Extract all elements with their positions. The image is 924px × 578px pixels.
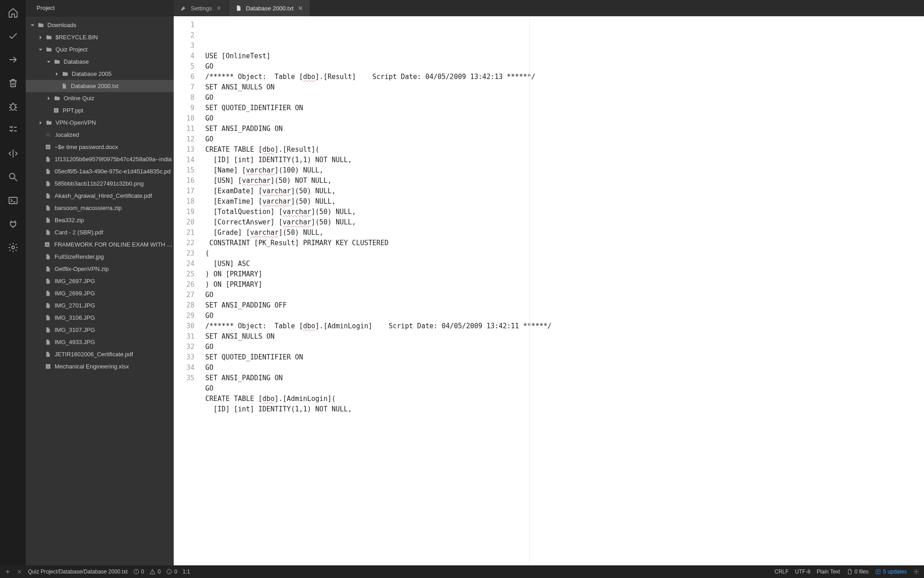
status-errors[interactable]: 0 (133, 569, 144, 575)
tree-item[interactable]: Database 2000.txt (26, 80, 174, 92)
tree-item[interactable]: IMG_4933.JPG (26, 336, 174, 348)
tree-item[interactable]: Bea332.zip (26, 214, 174, 226)
tree-item[interactable]: IMG_2701.JPG (26, 299, 174, 312)
add-icon[interactable] (5, 569, 11, 575)
plug-icon[interactable] (6, 217, 20, 231)
close-icon[interactable] (216, 5, 222, 11)
close-icon[interactable] (297, 5, 304, 11)
code-line[interactable]: ( (205, 248, 924, 259)
tree-item[interactable]: IMG_2699.JPG (26, 287, 174, 299)
code-line[interactable]: GO (205, 342, 924, 352)
code-line[interactable]: [Name] [varchar](100) NULL, (205, 165, 924, 176)
code-line[interactable]: GO (205, 61, 924, 72)
code-line[interactable]: [USN] [varchar](50) NOT NULL, (205, 176, 924, 186)
code-line[interactable]: ) ON [PRIMARY] (205, 280, 924, 290)
tree-item[interactable]: barsoom_macossierra.zip (26, 202, 174, 214)
check-icon[interactable] (6, 29, 20, 43)
trash-icon[interactable] (6, 76, 20, 90)
chevron-down-icon[interactable] (37, 47, 44, 53)
code-line[interactable]: /****** Object: Table [dbo].[Result] Scr… (205, 72, 924, 82)
tree-item[interactable]: IMG_3106.JPG (26, 312, 174, 324)
code-line[interactable]: CREATE TABLE [dbo].[AdminLogin]( (205, 394, 924, 404)
chevron-right-icon[interactable] (46, 95, 52, 102)
tree-item[interactable]: FullSizeRender.jpg (26, 251, 174, 263)
code-line[interactable]: [CorrectAnswer] [varchar](50) NULL, (205, 217, 924, 228)
tree-item[interactable]: Card - 2 (SBR).pdf (26, 226, 174, 238)
code-line[interactable]: [ExamDate] [varchar](50) NULL, (205, 186, 924, 196)
file-tree[interactable]: Downloads$RECYCLE.BINQuiz ProjectDatabas… (26, 16, 174, 565)
status-files[interactable]: 0 files (846, 569, 869, 575)
status-gear-icon[interactable] (913, 569, 919, 575)
code-line[interactable]: GO (205, 134, 924, 144)
status-position[interactable]: 1:1 (183, 569, 190, 575)
code-line[interactable]: GO (205, 363, 924, 373)
chevron-down-icon[interactable] (46, 59, 52, 65)
checklist-icon[interactable] (6, 123, 20, 137)
status-warnings[interactable]: 0 (149, 569, 161, 575)
status-info[interactable]: 0 (166, 569, 177, 575)
search-icon[interactable] (6, 170, 20, 184)
tree-item[interactable]: Database (26, 56, 174, 68)
status-updates[interactable]: 5 updates (875, 569, 907, 575)
code-line[interactable]: SET QUOTED_IDENTIFIER ON (205, 352, 924, 363)
tree-item[interactable]: Getflix-OpenVPN.zip (26, 263, 174, 275)
sidebar-title[interactable]: Project (26, 0, 174, 16)
tree-item[interactable]: 585bbb3acb11b227491c32b0.png (26, 177, 174, 190)
editor[interactable]: 1234567891011121314151617181920212223242… (174, 16, 924, 565)
tree-item[interactable]: Akash_Agrawal_Hired_Certificate.pdf (26, 190, 174, 202)
code-line[interactable]: [ID] [int] IDENTITY(1,1) NOT NULL, (205, 155, 924, 165)
tree-item[interactable]: IMG_3107.JPG (26, 324, 174, 336)
code-line[interactable]: GO (205, 311, 924, 321)
tree-item[interactable]: Downloads (26, 19, 174, 31)
code-line[interactable]: SET ANSI_NULLS ON (205, 82, 924, 93)
tree-item[interactable]: XMechanical Engineering.xlsx (26, 360, 174, 373)
code-line[interactable]: [Grade] [varchar](50) NULL, (205, 228, 924, 238)
code-line[interactable]: /****** Object: Table [dbo].[AdminLogin]… (205, 321, 924, 331)
tree-item[interactable]: VPN-OpenVPN (26, 117, 174, 129)
tree-item[interactable]: W~$e time password.docx (26, 141, 174, 153)
code-line[interactable]: SET QUOTED_IDENTIFIER ON (205, 103, 924, 113)
tree-item[interactable]: IMG_2697.JPG (26, 275, 174, 287)
tab[interactable]: Settings (174, 0, 229, 16)
tree-item[interactable]: Online Quiz (26, 92, 174, 104)
bug-icon[interactable] (6, 99, 20, 114)
tree-item[interactable]: 05ecf6f5-1aa3-490e-975c-e1d451a4835c.pd (26, 165, 174, 177)
code-line[interactable]: SET ANSI_PADDING ON (205, 124, 924, 134)
chevron-right-icon[interactable] (37, 120, 44, 126)
code-line[interactable]: USE [OnlineTest] (205, 51, 924, 61)
gear-icon[interactable] (6, 240, 20, 255)
chevron-right-icon[interactable] (54, 71, 60, 77)
chevron-down-icon[interactable] (29, 22, 36, 28)
code-line[interactable]: [ID] [int] IDENTITY(1,1) NOT NULL, (205, 404, 924, 415)
tree-item[interactable]: JETIR1602006_Certificate.pdf (26, 348, 174, 360)
code-line[interactable]: GO (205, 290, 924, 300)
tree-item[interactable]: 1f131205b6e9579f0975b47c4258a09a--india (26, 153, 174, 165)
code-line[interactable]: [ExamTime] [varchar](50) NULL, (205, 196, 924, 207)
code-content[interactable]: USE [OnlineTest]GO/****** Object: Table … (199, 16, 924, 565)
code-line[interactable]: ) ON [PRIMARY] (205, 269, 924, 280)
code-line[interactable]: SET ANSI_PADDING OFF (205, 300, 924, 311)
status-encoding[interactable]: UTF-8 (795, 569, 810, 575)
status-language[interactable]: Plain Text (817, 569, 840, 575)
close-icon[interactable] (16, 569, 23, 575)
tree-item[interactable]: Database 2005 (26, 68, 174, 80)
status-path[interactable]: Quiz Project/Database/Database 2000.txt (28, 569, 128, 575)
code-line[interactable]: CONSTRAINT [PK_Result] PRIMARY KEY CLUST… (205, 238, 924, 248)
code-line[interactable]: GO (205, 93, 924, 103)
tree-item[interactable]: PPPT.ppt (26, 104, 174, 117)
diff-icon[interactable] (6, 146, 20, 161)
home-icon[interactable] (6, 5, 20, 20)
status-eol[interactable]: CRLF (775, 569, 789, 575)
code-line[interactable]: CREATE TABLE [dbo].[Result]( (205, 144, 924, 155)
code-line[interactable]: [USN] ASC (205, 259, 924, 269)
tree-item[interactable]: $RECYCLE.BIN (26, 31, 174, 43)
terminal-icon[interactable] (6, 193, 20, 208)
tab[interactable]: Database 2000.txt (229, 0, 310, 16)
tree-item[interactable]: WFRAMEWORK FOR ONLINE EXAM WITH GRAP (26, 238, 174, 251)
code-line[interactable]: GO (205, 383, 924, 394)
chevron-right-icon[interactable] (37, 34, 44, 41)
code-line[interactable]: GO (205, 113, 924, 124)
tree-item[interactable]: .localized (26, 129, 174, 141)
code-line[interactable]: [TotalQuestion] [varchar](50) NULL, (205, 207, 924, 217)
tree-item[interactable]: Quiz Project (26, 43, 174, 56)
